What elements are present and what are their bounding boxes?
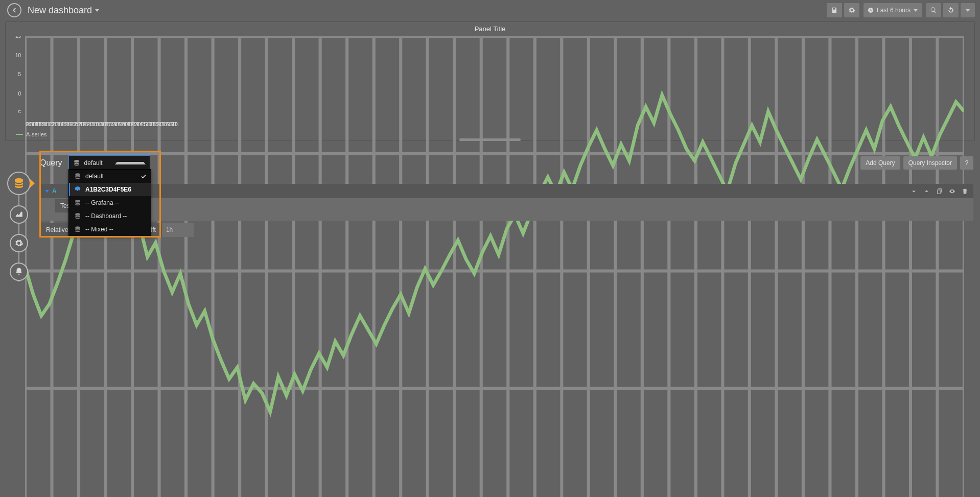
legend-color-swatch [16, 134, 23, 135]
save-dashboard-button[interactable] [827, 3, 842, 17]
refresh-button[interactable] [943, 3, 959, 17]
add-query-button[interactable]: Add Query [860, 156, 900, 170]
svg-text:16:10: 16:10 [172, 122, 178, 127]
move-up-icon[interactable] [923, 188, 930, 195]
database-icon [74, 212, 81, 220]
query-section-label: Query [40, 158, 62, 168]
time-shift-input[interactable]: 1h [162, 223, 194, 237]
legend-series-name: A-series [26, 131, 46, 137]
toggle-visibility-icon[interactable] [949, 188, 955, 195]
panel-title: Panel Title [6, 22, 974, 34]
svg-text:10: 10 [15, 53, 21, 58]
datasource-option[interactable]: A1B2C3D4F5E6 [69, 183, 151, 196]
datasource-option[interactable]: -- Grafana -- [69, 196, 151, 209]
top-navbar: New dashboard Last 6 hours [0, 0, 980, 20]
step-alert[interactable] [10, 263, 28, 281]
datasource-select[interactable]: default [68, 155, 150, 171]
step-visualization[interactable] [10, 205, 28, 224]
gear-icon [848, 7, 855, 14]
svg-text:-5: -5 [16, 110, 21, 113]
database-icon [74, 226, 81, 233]
time-range-label: Last 6 hours [877, 7, 911, 14]
caret-down-icon [966, 9, 970, 12]
query-row-header[interactable]: A [40, 184, 973, 198]
database-icon [74, 173, 81, 180]
panel-edit-step-rail [7, 172, 31, 291]
graph-panel: Panel Title 10:2010:3010:4010:5011:0011:… [5, 21, 975, 141]
arrow-left-icon [11, 7, 18, 14]
dashboard-settings-button[interactable] [844, 3, 859, 17]
dashboard-title: New dashboard [28, 5, 92, 16]
remove-query-icon[interactable] [962, 188, 968, 195]
duplicate-query-icon[interactable] [936, 188, 943, 195]
datasource-option-label: -- Grafana -- [85, 199, 119, 206]
caret-down-icon [45, 190, 49, 193]
refresh-icon [947, 7, 954, 14]
zoom-icon [930, 7, 937, 14]
refresh-interval-dropdown[interactable] [961, 3, 975, 17]
svg-text:5: 5 [18, 72, 21, 77]
time-range-picker[interactable]: Last 6 hours [864, 3, 922, 17]
chart-x-axis: 10:2010:3010:4010:5011:0011:1011:2011:30… [25, 120, 178, 129]
time-series-chart[interactable] [25, 36, 964, 497]
query-row-body: Test [40, 198, 973, 214]
datasource-option[interactable]: -- Dashboard -- [69, 209, 151, 223]
query-time-options: Relative time 1h Time shift 1h [40, 223, 973, 237]
datasource-option[interactable]: -- Mixed -- [69, 223, 151, 236]
caret-up-icon [115, 162, 146, 164]
query-editor: Query default Add Query Query Inspector … [40, 151, 973, 237]
database-icon [73, 159, 80, 167]
datasource-option-label: -- Dashboard -- [85, 212, 127, 220]
datasource-option[interactable]: default [69, 170, 151, 183]
gear-icon [14, 239, 24, 248]
area-chart-icon [14, 210, 24, 219]
datasource-option-label: A1B2C3D4F5E6 [85, 186, 131, 193]
svg-text:0: 0 [18, 91, 21, 97]
move-down-icon[interactable] [911, 188, 917, 195]
step-general[interactable] [10, 234, 28, 252]
datasource-dropdown: defaultA1B2C3D4F5E6-- Grafana ---- Dashb… [68, 169, 151, 236]
database-icon [74, 199, 81, 206]
datasource-option-label: -- Mixed -- [85, 226, 113, 233]
database-icon [13, 177, 25, 190]
datasource-selected-label: default [84, 159, 111, 167]
dashboard-title-dropdown[interactable]: New dashboard [28, 5, 99, 16]
svg-text:15: 15 [15, 36, 21, 39]
panel-resize-handle[interactable] [459, 138, 521, 141]
step-queries[interactable] [7, 172, 31, 195]
save-icon [831, 7, 838, 14]
go-back-button[interactable] [7, 3, 21, 17]
check-icon [141, 173, 147, 179]
query-rows: A Test Relative time 1h Time shift 1h [40, 184, 973, 237]
chart-y-axis: -5051015 [6, 36, 24, 113]
caret-down-icon [914, 9, 918, 12]
datasource-option-label: default [85, 173, 104, 180]
caret-down-icon [95, 9, 99, 12]
clock-icon [868, 7, 874, 13]
postgres-icon [74, 186, 81, 193]
query-inspector-button[interactable]: Query Inspector [903, 156, 957, 170]
query-letter: A [52, 187, 57, 195]
chart-legend[interactable]: A-series [16, 131, 46, 137]
zoom-out-button[interactable] [926, 3, 941, 17]
bell-icon [14, 267, 24, 276]
query-help-button[interactable]: ? [960, 156, 973, 170]
